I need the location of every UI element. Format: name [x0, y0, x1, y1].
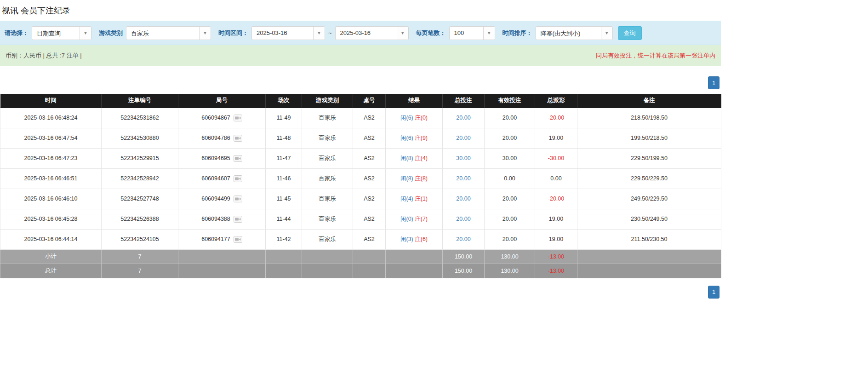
result-player: 闲(8) — [400, 155, 413, 161]
round-number: 606094695 — [201, 155, 230, 161]
video-replay-icon[interactable] — [234, 196, 242, 202]
header-round: 局号 — [178, 94, 266, 108]
round-number: 606094786 — [201, 135, 230, 141]
total-bet-link[interactable]: 20.00 — [456, 216, 470, 222]
total-total-bet: 150.00 — [443, 264, 485, 278]
cell-result: 闲(6) 庄(9) — [386, 128, 443, 148]
header-session: 场次 — [266, 94, 302, 108]
cell-result: 闲(6) 庄(0) — [386, 108, 443, 128]
cell-valid-bet: 20.00 — [485, 229, 535, 249]
cell-payout: -20.00 — [535, 189, 577, 209]
cell-remark: 230.50/249.50 — [577, 209, 721, 229]
page-size-select[interactable]: 100 ▼ — [449, 26, 495, 40]
page-1-button[interactable]: 1 — [708, 76, 720, 89]
query-type-label: 请选择： — [5, 29, 29, 37]
result-player: 闲(8) — [400, 175, 413, 182]
date-to-select[interactable]: 2025-03-16 ▼ — [335, 26, 409, 40]
cell-game-type: 百家乐 — [302, 189, 353, 209]
table-row: 2025-03-16 06:46:10 522342527748 6060944… — [0, 189, 721, 209]
result-banker: 庄(0) — [415, 115, 428, 121]
cell-bet-id: 522342529915 — [102, 148, 178, 168]
cell-payout: 19.00 — [535, 128, 577, 148]
total-bet-link[interactable]: 30.00 — [456, 155, 470, 161]
cell-bet-id: 522342527748 — [102, 189, 178, 209]
video-replay-icon[interactable] — [234, 236, 242, 243]
cell-valid-bet: 20.00 — [485, 189, 535, 209]
cell-table-no: AS2 — [353, 189, 386, 209]
sort-select[interactable]: 降幂(由大到小) ▼ — [536, 26, 613, 40]
cell-round: 606094499 — [178, 189, 266, 209]
query-type-select[interactable]: 日期查询 ▼ — [32, 26, 91, 40]
subtotal-total-bet: 150.00 — [443, 249, 485, 264]
total-bet-link[interactable]: 20.00 — [456, 175, 470, 182]
round-number: 606094607 — [201, 175, 230, 182]
header-table-no: 桌号 — [353, 94, 386, 108]
result-banker: 庄(8) — [415, 175, 428, 182]
cell-time: 2025-03-16 06:46:51 — [0, 168, 102, 189]
cell-payout: 0.00 — [535, 168, 577, 189]
records-table: 时间 注单编号 局号 场次 游戏类别 桌号 结果 总投注 有效投注 总派彩 备注… — [0, 94, 721, 278]
total-bet-link[interactable]: 20.00 — [456, 236, 470, 242]
result-banker: 庄(1) — [415, 196, 428, 202]
game-type-value: 百家乐 — [126, 27, 199, 40]
cell-time: 2025-03-16 06:44:14 — [0, 229, 102, 249]
cell-round: 606094177 — [178, 229, 266, 249]
video-replay-icon[interactable] — [234, 216, 242, 223]
total-payout: -13.00 — [535, 264, 577, 278]
cell-round: 606094388 — [178, 209, 266, 229]
total-bet-link[interactable]: 20.00 — [456, 115, 470, 121]
cell-game-type: 百家乐 — [302, 209, 353, 229]
cell-total-bet: 30.00 — [443, 148, 485, 168]
round-number: 606094388 — [201, 216, 230, 222]
video-replay-icon[interactable] — [234, 135, 242, 142]
cell-game-type: 百家乐 — [302, 108, 353, 128]
page-size-value: 100 — [450, 27, 483, 40]
total-bet-link[interactable]: 20.00 — [456, 196, 470, 202]
cell-valid-bet: 0.00 — [485, 168, 535, 189]
table-row: 2025-03-16 06:44:14 522342524105 6060941… — [0, 229, 721, 249]
search-button[interactable]: 查询 — [618, 26, 642, 40]
cell-total-bet: 20.00 — [443, 128, 485, 148]
table-body: 2025-03-16 06:48:24 522342531862 6060948… — [0, 108, 721, 249]
total-bet-link[interactable]: 20.00 — [456, 135, 470, 141]
header-total-bet: 总投注 — [443, 94, 485, 108]
table-row: 2025-03-16 06:45:28 522342526388 6060943… — [0, 209, 721, 229]
cell-bet-id: 522342524105 — [102, 229, 178, 249]
header-payout: 总派彩 — [535, 94, 577, 108]
subtotal-row: 小计 7 150.00 130.00 -13.00 — [0, 249, 721, 264]
header-game-type: 游戏类别 — [302, 94, 353, 108]
cell-game-type: 百家乐 — [302, 229, 353, 249]
game-type-select[interactable]: 百家乐 ▼ — [126, 26, 211, 40]
result-banker: 庄(6) — [415, 236, 428, 242]
cell-time: 2025-03-16 06:46:10 — [0, 189, 102, 209]
date-from-value: 2025-03-16 — [252, 27, 313, 40]
cell-total-bet: 20.00 — [443, 108, 485, 128]
subtotal-valid-bet: 130.00 — [485, 249, 535, 264]
query-type-value: 日期查询 — [32, 27, 80, 40]
cell-table-no: AS2 — [353, 128, 386, 148]
date-to-value: 2025-03-16 — [336, 27, 397, 40]
page-1-button[interactable]: 1 — [708, 286, 720, 299]
cell-total-bet: 20.00 — [443, 168, 485, 189]
round-number: 606094867 — [201, 115, 230, 121]
total-count: 7 — [102, 264, 178, 278]
page-size-label: 每页笔数： — [416, 29, 446, 37]
subtotal-label: 小计 — [0, 249, 102, 264]
video-replay-icon[interactable] — [234, 115, 242, 121]
cell-bet-id: 522342531862 — [102, 108, 178, 128]
date-from-select[interactable]: 2025-03-16 ▼ — [251, 26, 325, 40]
cell-remark: 229.50/199.50 — [577, 148, 721, 168]
total-row: 总计 7 150.00 130.00 -13.00 — [0, 264, 721, 278]
game-type-label: 游戏类别 — [99, 29, 123, 37]
video-replay-icon[interactable] — [234, 155, 242, 162]
chevron-down-icon: ▼ — [80, 27, 91, 40]
sort-label: 时间排序： — [503, 29, 532, 37]
date-range-separator: ~ — [328, 29, 332, 36]
cell-round: 606094607 — [178, 168, 266, 189]
video-replay-icon[interactable] — [234, 175, 242, 182]
table-header-row: 时间 注单编号 局号 场次 游戏类别 桌号 结果 总投注 有效投注 总派彩 备注 — [0, 94, 721, 108]
cell-session: 11-44 — [266, 209, 302, 229]
cell-bet-id: 522342530880 — [102, 128, 178, 148]
result-banker: 庄(4) — [415, 155, 428, 161]
cell-round: 606094786 — [178, 128, 266, 148]
